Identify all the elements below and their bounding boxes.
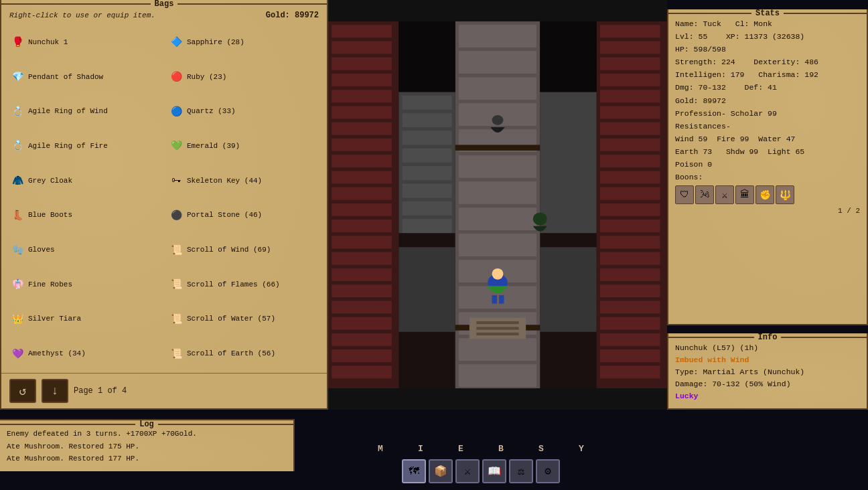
item-icon: 👘 <box>9 276 25 293</box>
svg-rect-91 <box>476 321 518 324</box>
bag-item[interactable]: 💚Emerald (39) <box>165 129 321 163</box>
stat-earth-shadow-light: Earth 73 Shdw 99 Light 65 <box>675 147 860 157</box>
info-type: Type: Martial Arts (Nunchuk) <box>675 367 860 378</box>
item-name: Agile Ring of Wind <box>28 107 108 115</box>
svg-rect-59 <box>459 155 536 178</box>
svg-rect-49 <box>600 317 660 330</box>
svg-rect-85 <box>492 295 497 304</box>
svg-rect-39 <box>600 155 660 167</box>
bag-item[interactable]: 🧤Gloves <box>7 233 163 266</box>
svg-point-84 <box>492 268 504 280</box>
bottom-area: Log Enemy defeated in 3 turns. +1700XP +… <box>0 410 868 490</box>
item-icon: 💜 <box>9 345 25 361</box>
bag-item[interactable]: 💍Agile Ring of Fire <box>7 129 163 163</box>
bag-item[interactable]: 👑Silver Tiara <box>7 303 163 336</box>
bag-item[interactable]: ⚫Portal Stone (46) <box>165 198 321 232</box>
svg-rect-10 <box>332 58 392 70</box>
svg-rect-16 <box>332 155 392 167</box>
svg-rect-28 <box>332 349 392 362</box>
stats-page: 1 / 2 <box>675 207 860 215</box>
svg-rect-75 <box>403 149 452 163</box>
svg-rect-40 <box>600 171 660 183</box>
nav-icon-button[interactable]: ⚖ <box>509 459 533 483</box>
item-name: Portal Stone (46) <box>187 211 262 219</box>
item-name: Gloves <box>28 246 55 254</box>
svg-rect-24 <box>332 284 392 297</box>
bag-item[interactable]: 💜Amethyst (34) <box>7 337 163 370</box>
nav-icon-button[interactable]: ⚙ <box>536 459 560 483</box>
svg-rect-61 <box>459 208 536 230</box>
bag-item[interactable]: 📜Scroll of Wind (69) <box>165 233 321 266</box>
item-icon: 👢 <box>9 207 25 223</box>
item-name: Pendant of Shadow <box>28 73 103 81</box>
item-icon: 📜 <box>168 345 184 361</box>
nav-icons[interactable]: 🗺📦⚔📖⚖⚙ <box>396 457 565 486</box>
info-title: Info <box>754 333 782 341</box>
svg-rect-81 <box>540 21 596 92</box>
bag-item[interactable]: 🔵Quartz (33) <box>165 94 321 128</box>
item-icon: 📜 <box>168 276 184 293</box>
bag-item[interactable]: 🧥Grey Cloak <box>7 164 163 197</box>
bag-item[interactable]: 📜Scroll of Earth (56) <box>165 337 321 370</box>
bag-item[interactable]: 📜Scroll of Flames (66) <box>165 268 321 301</box>
boon-icon: 🏛 <box>735 185 754 204</box>
nav-icon-button[interactable]: ⚔ <box>455 459 480 483</box>
stat-name-class: Name: Tuck Cl: Monk <box>675 19 860 29</box>
stat-poison: Poison 0 <box>675 159 860 170</box>
nav-label: M <box>368 444 392 454</box>
svg-point-94 <box>533 213 547 226</box>
svg-rect-92 <box>476 327 518 329</box>
svg-rect-48 <box>600 301 660 313</box>
log-line: Ate Mushroom. Restored 175 HP. <box>7 441 287 453</box>
nav-label: B <box>489 444 513 454</box>
bag-item[interactable]: 👢Blue Boots <box>7 198 163 232</box>
boon-icon: 🛡 <box>675 185 694 204</box>
nav-icon-button[interactable]: 🗺 <box>402 459 426 483</box>
bag-item[interactable]: 👘Fine Robes <box>7 268 163 301</box>
svg-rect-86 <box>499 295 504 304</box>
nav-labels: MIEBSY <box>363 444 599 454</box>
svg-rect-37 <box>600 122 660 135</box>
item-name: Fine Robes <box>28 280 72 289</box>
svg-rect-15 <box>332 139 392 151</box>
bag-item[interactable]: 🗝Skeleton Key (44) <box>165 164 321 197</box>
item-icon: 🔵 <box>168 103 184 119</box>
bag-item[interactable]: 🔴Ruby (23) <box>165 60 321 94</box>
item-name: Silver Tiara <box>28 315 81 323</box>
item-name: Scroll of Flames (66) <box>187 280 280 289</box>
item-name: Emerald (39) <box>187 142 240 150</box>
bag-item[interactable]: 🔷Sapphire (28) <box>165 25 321 59</box>
svg-rect-44 <box>600 236 660 248</box>
item-icon: 📜 <box>168 311 184 327</box>
svg-rect-73 <box>403 113 452 127</box>
info-special: Lucky <box>675 391 860 402</box>
game-map <box>328 0 667 410</box>
bags-panel: Bags Right-click to use or equip item. G… <box>0 0 328 410</box>
bags-instruction: Right-click to use or equip item. <box>9 11 155 19</box>
bag-item[interactable]: 💍Agile Ring of Wind <box>7 94 163 128</box>
item-icon: ⚫ <box>168 207 184 223</box>
svg-rect-74 <box>403 131 452 145</box>
svg-rect-12 <box>332 90 392 102</box>
item-icon: 💎 <box>9 69 25 85</box>
item-icon: 📜 <box>168 242 184 258</box>
boons-row: 🛡🌬⚔🏛✊🔱 <box>675 185 860 204</box>
nav-label: Y <box>569 444 593 454</box>
nav-label: E <box>449 444 473 454</box>
item-icon: 🥊 <box>9 34 25 50</box>
stat-dmg-def: Dmg: 70-132 Def: 41 <box>675 82 860 93</box>
nav-icon-button[interactable]: 📦 <box>429 459 453 483</box>
stat-profession: Profession- Scholar 99 <box>675 108 860 119</box>
info-panel: Info Nunchuk (L57) (1h) Imbued with Wind… <box>667 333 868 410</box>
bag-item[interactable]: 💎Pendant of Shadow <box>7 60 163 94</box>
nav-icon-button[interactable]: 📖 <box>482 459 506 483</box>
stat-int-cha: Intelligen: 179 Charisma: 192 <box>675 70 860 80</box>
log-title: Log <box>135 420 158 428</box>
bag-item[interactable]: 📜Scroll of Water (57) <box>165 303 321 336</box>
stat-level-xp: Lvl: 55 XP: 11373 (32638) <box>675 31 860 42</box>
refresh-button[interactable]: ↺ <box>9 379 36 403</box>
item-name: Scroll of Wind (69) <box>187 246 271 254</box>
bags-gold: Gold: 89972 <box>266 11 319 20</box>
next-page-button[interactable]: ↓ <box>42 379 68 403</box>
bag-item[interactable]: 🥊Nunchuk 1 <box>7 25 163 59</box>
